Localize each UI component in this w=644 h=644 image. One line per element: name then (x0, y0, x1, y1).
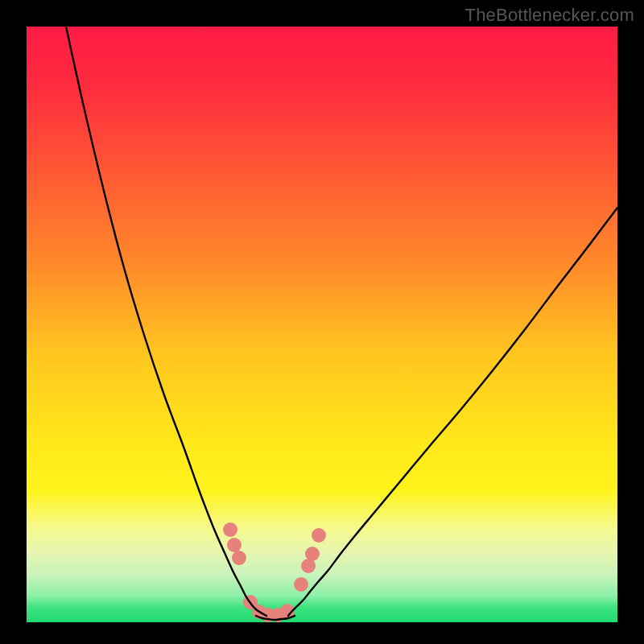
data-markers (223, 522, 326, 622)
data-marker (305, 547, 320, 561)
data-marker (232, 551, 246, 565)
data-marker (223, 522, 237, 537)
data-marker (227, 538, 242, 552)
plot-area (27, 27, 617, 622)
data-marker (294, 577, 308, 592)
data-marker (312, 528, 326, 543)
watermark-text: TheBottlenecker.com (465, 5, 634, 26)
curve-right (288, 208, 617, 616)
curves-layer (27, 27, 617, 622)
chart-frame: TheBottlenecker.com (0, 0, 644, 644)
